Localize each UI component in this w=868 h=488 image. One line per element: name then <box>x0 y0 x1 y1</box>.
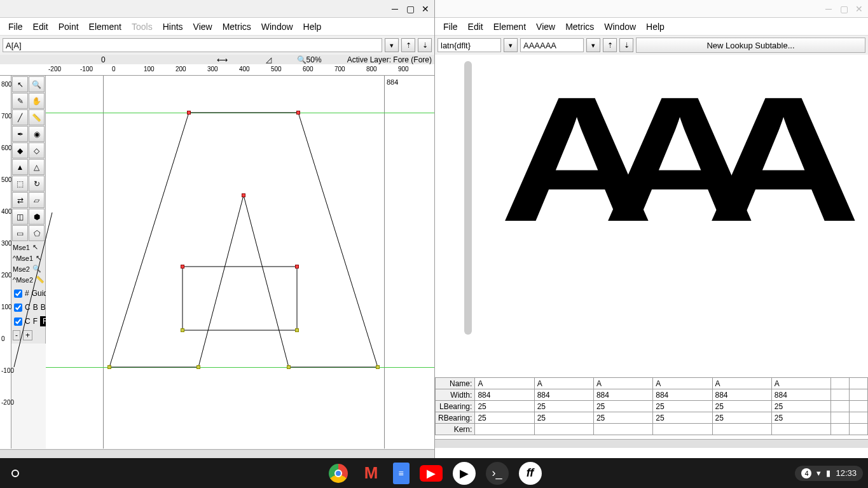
metrics-cell[interactable]: 25 <box>712 412 771 424</box>
menu-point[interactable]: Point <box>54 20 83 33</box>
metrics-cell[interactable] <box>534 424 593 435</box>
scrollbar-h-right[interactable] <box>435 439 868 448</box>
menu-element-r[interactable]: Element <box>489 20 530 33</box>
gmail-icon[interactable]: M <box>360 462 383 485</box>
ruler-tool[interactable]: 📏 <box>29 109 45 125</box>
menu-view[interactable]: View <box>189 20 217 33</box>
metrics-cell[interactable] <box>849 424 867 435</box>
metrics-cell[interactable]: 25 <box>712 401 771 412</box>
minimize-button[interactable]: ─ <box>391 5 399 13</box>
layer-back[interactable]: C B Back <box>13 300 44 314</box>
menu-file[interactable]: File <box>4 20 27 33</box>
metrics-cell[interactable]: A <box>653 378 712 389</box>
metrics-cell[interactable]: 884 <box>475 389 534 401</box>
menu-view-r[interactable]: View <box>532 20 560 33</box>
layer-minus[interactable]: - <box>13 330 20 340</box>
script-dropdown[interactable]: ▾ <box>504 38 518 52</box>
chrome-icon[interactable] <box>327 462 350 485</box>
metrics-cell[interactable]: 25 <box>653 412 712 424</box>
metrics-cell[interactable]: 25 <box>593 412 652 424</box>
new-lookup-button[interactable]: New Lookup Subtable... <box>636 38 865 53</box>
metrics-cell[interactable]: 25 <box>593 401 652 412</box>
metrics-cell[interactable]: 884 <box>593 389 652 401</box>
menu-edit-r[interactable]: Edit <box>464 20 488 33</box>
menu-hints[interactable]: Hints <box>158 20 188 33</box>
hand-tool[interactable]: ✋ <box>29 93 45 109</box>
hv-curve-tool[interactable]: ◇ <box>29 143 45 158</box>
glyph-name-input[interactable] <box>3 38 382 52</box>
corner-point-tool[interactable]: ▲ <box>12 159 28 175</box>
metrics-cell[interactable] <box>475 424 534 435</box>
glyph-canvas[interactable]: 884 <box>46 76 434 449</box>
scrollbar-v-preview[interactable] <box>464 61 472 335</box>
metrics-cell[interactable] <box>849 401 867 412</box>
terminal-icon[interactable]: ›_ <box>486 462 509 485</box>
pen-tool[interactable]: ✒ <box>12 126 28 142</box>
metrics-cell[interactable] <box>849 378 867 389</box>
metrics-cell[interactable]: 25 <box>771 412 830 424</box>
metrics-cell[interactable]: 884 <box>653 389 712 401</box>
metrics-cell[interactable] <box>831 389 850 401</box>
perspective-tool[interactable]: ◫ <box>12 209 28 225</box>
metrics-cell[interactable]: 25 <box>534 401 593 412</box>
metrics-cell[interactable]: 884 <box>712 389 771 401</box>
menu-metrics[interactable]: Metrics <box>218 20 256 33</box>
spiro-tool[interactable]: ◉ <box>29 126 45 142</box>
metrics-cell[interactable] <box>831 424 850 435</box>
metrics-cell[interactable]: 884 <box>534 389 593 401</box>
youtube-icon[interactable]: ▶ <box>420 465 443 482</box>
layer-plus[interactable]: + <box>23 330 32 340</box>
skew-tool[interactable]: ▱ <box>29 192 45 208</box>
metrics-cell[interactable]: A <box>712 378 771 389</box>
text-next[interactable]: ⇣ <box>619 38 633 52</box>
menu-window-r[interactable]: Window <box>600 20 640 33</box>
scrollbar-h-left[interactable] <box>0 449 434 458</box>
tangent-point-tool[interactable]: △ <box>29 159 45 175</box>
close-button[interactable]: ✕ <box>422 5 429 13</box>
layer-back-check[interactable] <box>14 303 22 312</box>
prev-glyph-button[interactable]: ⇡ <box>401 38 415 52</box>
metrics-cell[interactable] <box>831 401 850 412</box>
menu-help[interactable]: Help <box>299 20 326 33</box>
scale-tool[interactable]: ⬚ <box>12 176 28 192</box>
text-input[interactable] <box>520 38 584 52</box>
maximize-button[interactable]: ▢ <box>406 5 414 13</box>
metrics-cell[interactable]: A <box>771 378 830 389</box>
metrics-cell[interactable] <box>712 424 771 435</box>
metrics-cell[interactable] <box>849 412 867 424</box>
close-button-r[interactable]: ✕ <box>855 5 863 13</box>
text-dropdown[interactable]: ▾ <box>586 38 600 52</box>
fontforge-icon[interactable]: ff <box>519 462 542 485</box>
next-glyph-button[interactable]: ⇣ <box>418 38 432 52</box>
docs-icon[interactable]: ≡ <box>393 463 410 484</box>
layer-guide-check[interactable] <box>14 289 22 298</box>
play-icon[interactable]: ▶ <box>453 462 476 485</box>
glyph-dropdown[interactable]: ▾ <box>385 38 399 52</box>
rotate-tool[interactable]: ↻ <box>29 176 45 192</box>
metrics-cell[interactable]: 884 <box>771 389 830 401</box>
flip-tool[interactable]: ⇄ <box>12 192 28 208</box>
layer-fore-check[interactable] <box>14 317 22 326</box>
poly-tool[interactable]: ⬠ <box>29 225 45 241</box>
metrics-cell[interactable]: A <box>593 378 652 389</box>
metrics-cell[interactable] <box>849 389 867 401</box>
zoom-tool[interactable]: 🔍 <box>29 76 45 92</box>
metrics-cell[interactable] <box>831 412 850 424</box>
menu-file-r[interactable]: File <box>439 20 462 33</box>
metrics-cell[interactable] <box>653 424 712 435</box>
script-input[interactable] <box>437 38 501 52</box>
curve-point-tool[interactable]: ◆ <box>12 143 28 158</box>
metrics-cell[interactable] <box>831 378 850 389</box>
menu-edit[interactable]: Edit <box>29 20 53 33</box>
system-tray[interactable]: 4 ▾ ▮ 12:33 <box>795 466 863 481</box>
menu-help-r[interactable]: Help <box>642 20 669 33</box>
layer-fore[interactable]: C F Fore <box>13 314 44 328</box>
metrics-cell[interactable]: 25 <box>653 401 712 412</box>
minimize-button-r[interactable]: ─ <box>825 5 832 13</box>
rect-tool[interactable]: ▭ <box>12 225 28 241</box>
launcher-button[interactable] <box>0 458 30 488</box>
menu-element[interactable]: Element <box>85 20 126 33</box>
metrics-cell[interactable] <box>771 424 830 435</box>
menu-window[interactable]: Window <box>257 20 298 33</box>
text-prev[interactable]: ⇡ <box>603 38 617 52</box>
